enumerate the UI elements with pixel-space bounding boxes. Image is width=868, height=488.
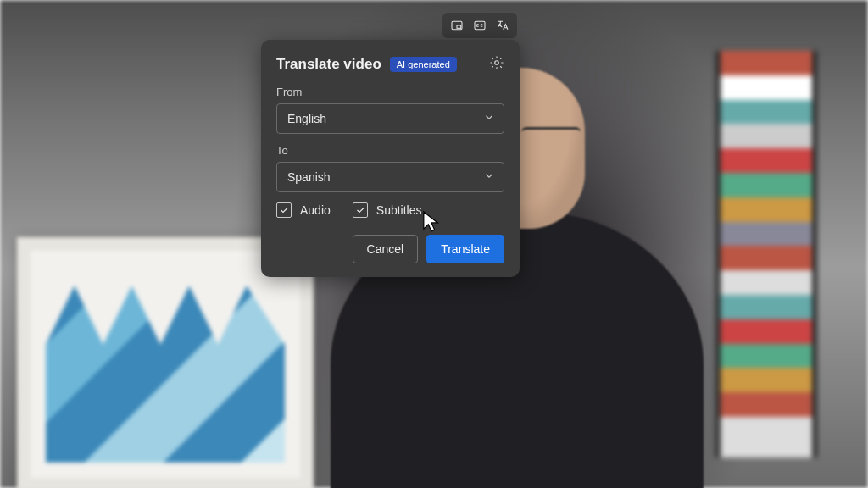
- video-overlay-toolbar: [442, 13, 517, 38]
- gear-icon[interactable]: [489, 55, 504, 74]
- to-label: To: [276, 144, 504, 157]
- checkbox-box: [276, 202, 292, 218]
- checkbox-box: [353, 202, 368, 218]
- from-label: From: [276, 86, 504, 98]
- svg-rect-2: [475, 21, 485, 29]
- cancel-button[interactable]: Cancel: [353, 235, 419, 263]
- check-icon: [279, 205, 289, 215]
- audio-label: Audio: [300, 203, 331, 217]
- ai-generated-badge: AI generated: [390, 57, 457, 72]
- to-language-value: Spanish: [287, 170, 331, 184]
- check-icon: [355, 205, 365, 215]
- cc-icon[interactable]: [470, 15, 490, 36]
- from-language-value: English: [287, 112, 326, 125]
- translate-button[interactable]: Translate: [426, 235, 504, 263]
- subtitles-checkbox[interactable]: Subtitles: [353, 202, 422, 218]
- translate-video-dialog: Translate video AI generated From Englis…: [261, 40, 520, 277]
- bookshelf: [715, 51, 817, 458]
- chevron-down-icon: [483, 112, 495, 126]
- dialog-title: Translate video: [276, 56, 381, 73]
- chevron-down-icon: [483, 170, 495, 185]
- language-icon[interactable]: [492, 15, 513, 36]
- subtitles-label: Subtitles: [376, 203, 422, 217]
- audio-checkbox[interactable]: Audio: [276, 202, 331, 218]
- svg-point-3: [495, 61, 499, 65]
- pip-icon[interactable]: [447, 15, 467, 36]
- svg-rect-1: [457, 25, 461, 28]
- from-language-select[interactable]: English: [276, 103, 504, 134]
- to-language-select[interactable]: Spanish: [276, 162, 504, 192]
